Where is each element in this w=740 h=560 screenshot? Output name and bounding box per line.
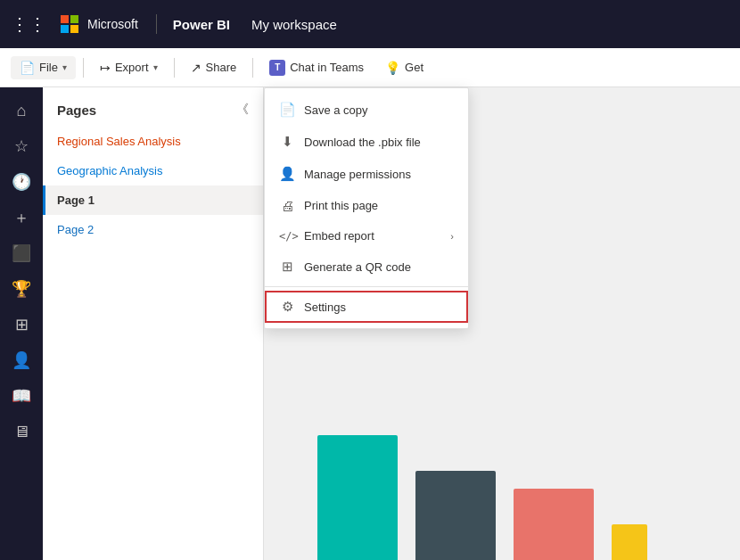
bar-2 bbox=[415, 471, 496, 560]
toolbar: 📄 File ▾ ↦ Export ▾ ↗ Share T Chat in Te… bbox=[0, 48, 740, 87]
nav-learn-icon[interactable]: 📖 bbox=[5, 380, 37, 412]
menu-divider bbox=[265, 286, 468, 287]
settings-icon: ⚙ bbox=[279, 299, 295, 315]
embed-label: Embed report bbox=[304, 229, 441, 243]
menu-item-download-pbix[interactable]: ⬇ Download the .pbix file bbox=[265, 126, 468, 158]
chat-in-teams-button[interactable]: T Chat in Teams bbox=[260, 55, 373, 80]
menu-item-embed-report[interactable]: </> Embed report › bbox=[265, 221, 468, 251]
topbar: ⋮⋮ Microsoft Power BI My workspace bbox=[0, 0, 740, 48]
bar-3 bbox=[514, 489, 594, 560]
get-label: Get bbox=[405, 61, 423, 74]
page-item-page1[interactable]: Page 1 bbox=[43, 185, 263, 215]
nav-home-icon[interactable]: ⌂ bbox=[5, 95, 37, 127]
file-chevron-icon: ▾ bbox=[62, 62, 67, 72]
nav-metrics-icon[interactable]: 🏆 bbox=[5, 273, 37, 305]
nav-people-icon[interactable]: 👤 bbox=[5, 344, 37, 376]
page-item-page2[interactable]: Page 2 bbox=[43, 215, 263, 244]
nav-recent-icon[interactable]: 🕐 bbox=[5, 166, 37, 198]
menu-item-settings[interactable]: ⚙ Settings bbox=[265, 291, 468, 323]
menu-item-print-page[interactable]: 🖨 Print this page bbox=[265, 190, 468, 221]
share-button[interactable]: ↗ Share bbox=[182, 56, 246, 79]
print-icon: 🖨 bbox=[279, 198, 295, 213]
permissions-label: Manage permissions bbox=[304, 168, 454, 181]
get-icon: 💡 bbox=[385, 61, 400, 75]
share-label: Share bbox=[206, 61, 237, 74]
pages-sidebar: Pages 《 Regional Sales Analysis Geograph… bbox=[43, 87, 264, 560]
workspace-label: My workspace bbox=[251, 17, 337, 32]
export-chevron-icon: ▾ bbox=[153, 62, 158, 72]
powerbi-label: Power BI bbox=[173, 17, 230, 32]
permissions-icon: 👤 bbox=[279, 166, 295, 182]
file-icon: 📄 bbox=[20, 61, 35, 75]
save-copy-label: Save a copy bbox=[304, 103, 454, 117]
page-item-geographic-analysis[interactable]: Geographic Analysis bbox=[43, 156, 263, 185]
export-icon: ↦ bbox=[100, 61, 111, 75]
menu-item-manage-permissions[interactable]: 👤 Manage permissions bbox=[265, 158, 468, 190]
get-button[interactable]: 💡 Get bbox=[376, 56, 432, 79]
print-label: Print this page bbox=[304, 199, 454, 212]
file-dropdown-menu: 📄 Save a copy ⬇ Download the .pbix file … bbox=[264, 87, 469, 329]
bar-1 bbox=[317, 435, 398, 560]
left-nav: ⌂ ☆ 🕐 ＋ ⬛ 🏆 ⊞ 👤 📖 🖥 bbox=[0, 87, 43, 560]
embed-icon: </> bbox=[279, 230, 295, 243]
nav-favorites-icon[interactable]: ☆ bbox=[5, 130, 37, 162]
microsoft-logo bbox=[61, 15, 78, 33]
file-label: File bbox=[39, 61, 58, 74]
nav-monitor-icon[interactable]: 🖥 bbox=[5, 416, 37, 448]
export-label: Export bbox=[115, 61, 149, 74]
toolbar-separator-2 bbox=[174, 58, 175, 78]
export-button[interactable]: ↦ Export ▾ bbox=[91, 56, 167, 79]
waffle-icon[interactable]: ⋮⋮ bbox=[11, 13, 46, 35]
microsoft-label: Microsoft bbox=[87, 17, 138, 31]
download-label: Download the .pbix file bbox=[304, 136, 454, 149]
sidebar-header: Pages 《 bbox=[43, 98, 263, 127]
qr-label: Generate a QR code bbox=[304, 260, 454, 274]
file-button[interactable]: 📄 File ▾ bbox=[11, 56, 76, 79]
share-icon: ↗ bbox=[191, 61, 201, 75]
sidebar-title: Pages bbox=[57, 103, 96, 118]
topbar-divider bbox=[156, 14, 157, 34]
save-copy-icon: 📄 bbox=[279, 102, 295, 118]
embed-arrow-icon: › bbox=[450, 231, 454, 242]
qr-icon: ⊞ bbox=[279, 259, 295, 275]
nav-apps-icon[interactable]: ⬛ bbox=[5, 237, 37, 269]
bar-4 bbox=[612, 524, 647, 560]
page-item-regional-sales[interactable]: Regional Sales Analysis bbox=[43, 127, 263, 156]
toolbar-separator bbox=[83, 58, 84, 78]
chat-label: Chat in Teams bbox=[290, 61, 364, 74]
menu-item-generate-qr[interactable]: ⊞ Generate a QR code bbox=[265, 251, 468, 283]
settings-label: Settings bbox=[304, 301, 454, 314]
download-icon: ⬇ bbox=[279, 134, 295, 150]
toolbar-separator-3 bbox=[252, 58, 253, 78]
teams-icon: T bbox=[269, 60, 285, 76]
nav-dashboards-icon[interactable]: ⊞ bbox=[5, 309, 37, 341]
nav-create-icon[interactable]: ＋ bbox=[5, 202, 37, 234]
menu-item-save-copy[interactable]: 📄 Save a copy bbox=[265, 94, 468, 126]
main-layout: ⌂ ☆ 🕐 ＋ ⬛ 🏆 ⊞ 👤 📖 🖥 Pages 《 Regional Sal… bbox=[0, 87, 740, 560]
sidebar-collapse-button[interactable]: 《 bbox=[236, 102, 249, 118]
